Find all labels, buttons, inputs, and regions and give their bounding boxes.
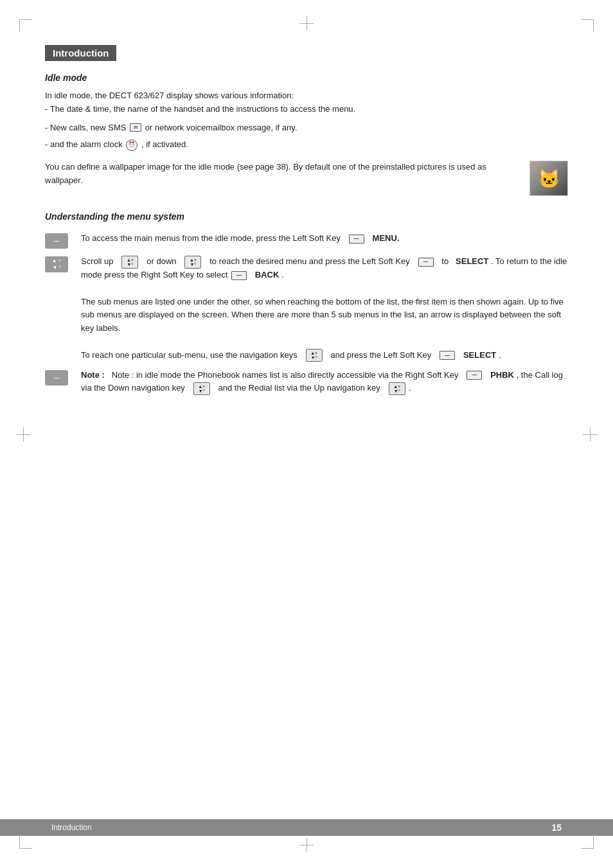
corner-mark-bl [19, 836, 32, 849]
reach-submenu-text: To reach one particular sub-menu, use th… [81, 350, 298, 360]
wallpaper-section: You can define a wallpaper image for the… [45, 161, 568, 196]
menu-text-3: Note : Note : in idle mode the Phonebook… [81, 369, 568, 396]
minus-key-5: ─ [466, 371, 482, 380]
section-title: Introduction [45, 45, 116, 61]
crosshair-left [16, 427, 30, 441]
menu-text-1: To access the main menus from the idle m… [81, 232, 568, 245]
reach-middle: and press the Left Soft Key [330, 350, 431, 360]
scroll-middle1: or down [147, 256, 176, 266]
minus-key-3: ─ [231, 271, 247, 280]
menu-icon-col-3: ─ [45, 369, 73, 385]
corner-mark-tr [581, 19, 594, 32]
scroll-suffix: . [281, 270, 284, 279]
footer-bar: Introduction 15 [0, 819, 613, 836]
wallpaper-image [529, 161, 568, 196]
crosshair-bottom [299, 838, 314, 852]
content-area: Introduction Idle mode In idle mode, the… [45, 39, 568, 817]
minus-key-1: ─ [349, 235, 364, 244]
select-label: SELECT [456, 256, 488, 266]
note-suffix1: and the Redial list via the Up navigatio… [218, 383, 380, 393]
idle-para1-text: In idle mode, the DECT 623/627 display s… [45, 91, 294, 100]
sms-icon: ✉ [130, 123, 141, 132]
up-nav-icon: ▲»▼⁰ [389, 382, 405, 395]
scroll-prefix: Scroll up [81, 256, 114, 266]
nav-down-icon: ▲»▼⁰ [184, 256, 201, 269]
scroll-to: to [441, 256, 449, 266]
understanding-menu-section: Understanding the menu system ─ To acces… [45, 211, 568, 395]
menu-row-3: ─ Note : Note : in idle mode the Phonebo… [45, 369, 568, 396]
cat-thumbnail [530, 161, 567, 196]
idle-para3: - New calls, new SMS ✉ or network voicem… [45, 121, 568, 135]
select-label-2: SELECT [463, 350, 496, 360]
soft-key-icon-3: ─ [45, 370, 68, 385]
note-prefix: Note : in idle mode the Phonebook names … [112, 370, 459, 380]
wallpaper-text: You can define a wallpaper image for the… [45, 161, 517, 188]
minus-key-2: ─ [418, 258, 434, 267]
idle-mode-section: Idle mode In idle mode, the DECT 623/627… [45, 73, 568, 196]
scroll-middle2: to reach the desired menu and press the … [209, 256, 409, 266]
idle-para4: - and the alarm clock ⏰ , if activated. [45, 138, 568, 152]
nav-up-icon: ▲»▼⁰ [121, 256, 138, 269]
footer-label: Introduction [51, 823, 92, 832]
idle-para3-suffix: or network voicemailbox message, if any. [145, 121, 298, 135]
idle-para1: In idle mode, the DECT 623/627 display s… [45, 89, 568, 116]
idle-para3-prefix: - New calls, new SMS [45, 121, 126, 135]
note-label: Note : [81, 370, 105, 380]
menu-icon-col-2: ▲ » ▼ ⁰ [45, 255, 73, 272]
footer-page-number: 15 [551, 822, 562, 833]
menu-para1-prefix: To access the main menus from the idle m… [81, 233, 341, 243]
crosshair-right [583, 427, 597, 441]
corner-mark-tl [19, 19, 32, 32]
alarm-icon: ⏰ [126, 139, 138, 151]
soft-key-icon-1: ─ [45, 233, 68, 249]
phbk-label: PHBK [490, 370, 514, 380]
menu-icon-col-1: ─ [45, 232, 73, 249]
crosshair-top [299, 16, 314, 30]
idle-para4-suffix: , if activated. [141, 138, 188, 152]
back-label: BACK [255, 270, 280, 279]
minus-key-4: ─ [440, 351, 455, 360]
menu-label: MENU. [373, 233, 400, 243]
reach-suffix: . [499, 350, 501, 360]
corner-mark-br [581, 836, 594, 849]
idle-mode-heading: Idle mode [45, 73, 568, 83]
note-suffix2: . [409, 383, 411, 393]
nav-keys-icon: ▲»▼⁰ [306, 349, 323, 362]
menu-row-2: ▲ » ▼ ⁰ Scroll up ▲»▼⁰ or down ▲»▼⁰ [45, 255, 568, 362]
idle-para4-prefix: - and the alarm clock [45, 138, 123, 152]
down-nav-icon: ▲»▼⁰ [193, 382, 210, 395]
idle-para2-text: - The date & time, the name of the hands… [45, 104, 355, 114]
menu-text-2: Scroll up ▲»▼⁰ or down ▲»▼⁰ to reach the… [81, 255, 568, 362]
submenu-text: The sub menus are listed one under the o… [81, 297, 564, 333]
page-container: Introduction Idle mode In idle mode, the… [0, 0, 613, 868]
understanding-menu-heading: Understanding the menu system [45, 211, 568, 222]
menu-row-1: ─ To access the main menus from the idle… [45, 232, 568, 249]
